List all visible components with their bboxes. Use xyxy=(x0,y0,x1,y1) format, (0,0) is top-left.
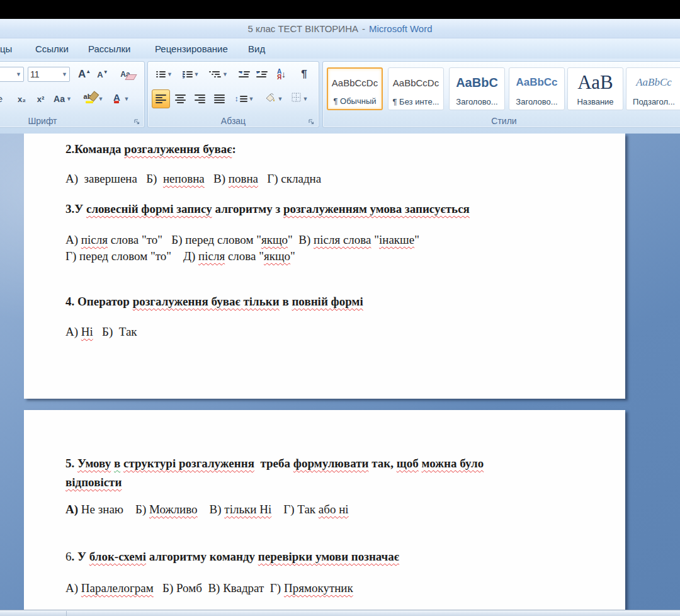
line-spacing-arrows: ↕ xyxy=(235,94,239,103)
superscript-icon: x² xyxy=(37,94,45,104)
tab-review[interactable]: Рецензирование xyxy=(151,42,232,57)
grow-font-icon: A xyxy=(78,68,86,81)
clear-formatting-icon: Aa xyxy=(120,70,130,79)
sort-button[interactable]: А Я ↓ xyxy=(273,65,290,84)
ribbon-tab-strip: цы Ссылки Рассылки Рецензирование Вид xyxy=(0,38,680,59)
sort-arrow: ↓ xyxy=(281,69,286,79)
document-title: 5 клас ТЕСТ ВІКТОРИНА xyxy=(247,23,358,34)
styles-group: AaBbCcDc ¶ Обычный AaBbCcDc ¶ Без инте..… xyxy=(322,61,680,128)
font-size-combobox[interactable]: 11 ▼ xyxy=(28,67,70,82)
change-case-button[interactable]: Aa▼ xyxy=(51,89,74,108)
style-card-title[interactable]: АаВ Название xyxy=(567,67,623,110)
horizontal-scrollbar[interactable] xyxy=(0,610,680,616)
application-name: Microsoft Word xyxy=(369,23,433,34)
change-case-icon: Aa xyxy=(54,94,65,104)
justify-button[interactable] xyxy=(210,89,229,108)
answer-line: Г) перед словом "то" Д) після слова "якщ… xyxy=(65,249,295,263)
superscript-button[interactable]: x² xyxy=(32,89,49,108)
styles-group-label: Стили xyxy=(323,116,680,126)
font-color-button[interactable]: A ▼ xyxy=(108,89,132,108)
chevron-down-icon[interactable]: ▼ xyxy=(16,71,21,77)
text-highlight-button[interactable]: ab ▼ xyxy=(81,89,106,108)
font-name-combobox[interactable]: й те ▼ xyxy=(0,67,24,82)
increase-indent-icon: ► xyxy=(256,71,268,77)
answer-line: А) завершена Б) неповна В) повна Г) скла… xyxy=(65,172,321,186)
highlight-icon: ab xyxy=(83,92,97,106)
clear-formatting-button[interactable]: Aa xyxy=(116,65,135,84)
strikethrough-icon: be xyxy=(0,94,3,104)
borders-grid-icon xyxy=(292,93,302,105)
numbering-button[interactable]: 1 2 3 ▼ xyxy=(178,65,203,84)
document-canvas: 2.Команда розгалуження буває: А) заверше… xyxy=(0,134,680,610)
paragraph-dialog-launcher[interactable] xyxy=(308,117,315,125)
increase-indent-button[interactable]: ► xyxy=(254,65,270,84)
answer-line: А) Паралелограм Б) Ромб В) Квадрат Г) Пр… xyxy=(65,581,353,595)
borders-button[interactable]: ▼ xyxy=(288,89,312,108)
decrease-indent-button[interactable]: ◄ xyxy=(236,65,252,84)
font-size-value: 11 xyxy=(30,69,40,79)
font-color-icon: A xyxy=(111,92,123,106)
multilevel-list-button[interactable]: ▼ xyxy=(205,65,232,84)
style-sample: АаВ xyxy=(568,68,623,97)
font-dialog-launcher[interactable] xyxy=(133,117,141,125)
style-sample: AaBbC xyxy=(450,68,504,97)
top-black-bar xyxy=(0,0,680,19)
line-spacing-button[interactable]: ↕ ▼ xyxy=(232,89,256,108)
style-card-heading2[interactable]: AaBbCc Заголово... xyxy=(509,67,565,110)
font-group: й те ▼ 11 ▼ A▲ A▼ Aa be xyxy=(0,61,145,128)
style-sample: AaBbCc xyxy=(509,68,564,97)
question-heading: 4. Оператор розгалуження буває тільки в … xyxy=(65,295,363,309)
paragraph-group: ▼ 1 2 3 ▼ ▼ ◄ xyxy=(147,61,319,128)
answer-line: А) Ні Б) Так xyxy=(65,325,137,339)
tab-references[interactable]: Ссылки xyxy=(31,42,72,57)
strikethrough-button[interactable]: be xyxy=(0,89,11,108)
style-name: ¶ Без инте... xyxy=(393,97,439,106)
align-center-icon xyxy=(175,94,186,103)
question-heading: відповісти xyxy=(65,476,122,489)
bullets-button[interactable]: ▼ xyxy=(152,65,177,84)
subscript-button[interactable]: x₂ xyxy=(13,89,30,108)
question-heading: 2.Команда розгалуження буває: xyxy=(65,142,236,156)
paint-bucket-icon xyxy=(264,93,276,105)
pilcrow-icon: ¶ xyxy=(301,68,307,81)
style-sample: AaBbCc xyxy=(626,68,680,97)
align-center-button[interactable] xyxy=(171,89,190,108)
document-page-2[interactable]: 5. Умову в структурі розгалуження треба … xyxy=(24,410,625,610)
answer-line: А) після слова "то" Б) перед словом "якщ… xyxy=(65,233,419,247)
align-right-icon xyxy=(195,94,205,103)
shrink-font-icon: A xyxy=(97,70,103,79)
style-name: Название xyxy=(577,97,613,106)
shrink-font-button[interactable]: A▼ xyxy=(94,65,111,84)
answer-line: А) Не знаю Б) Можливо В) тільки Ні Г) Та… xyxy=(65,503,349,516)
shading-button[interactable]: ▼ xyxy=(261,89,285,108)
paragraph-group-label: Абзац xyxy=(148,116,319,126)
tab-page-layout-partial[interactable]: цы xyxy=(0,42,16,57)
font-group-label: Шрифт xyxy=(0,116,144,126)
style-sample: AaBbCcDc xyxy=(328,69,382,96)
question-heading: 5. Умову в структурі розгалуження треба … xyxy=(65,457,484,471)
chevron-down-icon[interactable]: ▼ xyxy=(62,71,67,77)
style-card-subtitle[interactable]: AaBbCc Подзагол... xyxy=(626,67,680,110)
style-card-heading1[interactable]: AaBbC Заголово... xyxy=(449,67,505,110)
document-page-1[interactable]: 2.Команда розгалуження буває: А) заверше… xyxy=(24,134,625,399)
align-left-icon xyxy=(156,94,166,103)
style-name: Подзагол... xyxy=(633,97,675,106)
align-left-button[interactable] xyxy=(152,89,170,108)
multilevel-list-icon xyxy=(209,71,221,77)
tab-view[interactable]: Вид xyxy=(244,42,269,57)
question-heading: 3.У словесній формі запису алгоритму з р… xyxy=(65,202,470,216)
grow-font-button[interactable]: A▲ xyxy=(76,65,93,84)
tab-mailings[interactable]: Рассылки xyxy=(84,42,134,57)
title-separator: - xyxy=(362,23,365,34)
style-card-normal[interactable]: AaBbCcDc ¶ Обычный xyxy=(327,67,383,110)
style-name: ¶ Обычный xyxy=(333,96,376,106)
style-sample: AaBbCcDc xyxy=(388,68,443,97)
style-card-no-spacing[interactable]: AaBbCcDc ¶ Без инте... xyxy=(388,67,444,110)
title-bar: 5 клас ТЕСТ ВІКТОРИНА - Microsoft Word xyxy=(0,19,680,38)
sort-icon: А Я xyxy=(277,69,281,80)
subscript-icon: x₂ xyxy=(18,94,26,104)
align-right-button[interactable] xyxy=(191,89,209,108)
show-paragraph-marks-button[interactable]: ¶ xyxy=(294,65,314,84)
justify-icon xyxy=(214,94,225,103)
question-heading: 6. У блок-схемі алгоритму команду переві… xyxy=(65,550,399,564)
